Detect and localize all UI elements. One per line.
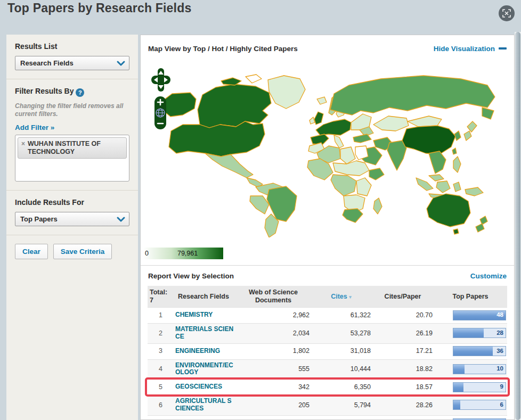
top-papers-bar[interactable]: 28 [453, 328, 506, 338]
table-row: 3 ENGINEERING 1,802 31,018 17.21 36 [148, 343, 507, 359]
map-header: Map View by Top / Hot / Highly Cited Pap… [141, 35, 514, 62]
scrollbar-thumb[interactable] [515, 32, 520, 420]
chevron-down-icon [116, 60, 126, 67]
map-pan-control[interactable] [150, 67, 172, 93]
row-rank: 0 [148, 415, 171, 420]
page-title: Top Papers by Research Fields [7, 1, 191, 15]
page: Top Papers by Research Fields Results Li… [0, 0, 521, 420]
report-view-title: Report View by Selection [148, 272, 234, 280]
filter-box[interactable]: × WUHAN INSTITUTE OF TECHNOLOGY [15, 135, 129, 182]
column-header-top-papers[interactable]: Top Papers [434, 286, 507, 308]
choropleth-map-svg [141, 62, 514, 237]
main-panel: Map View by Top / Hot / Highly Cited Pap… [140, 35, 515, 420]
row-rank: 1 [148, 308, 171, 324]
cites-value: 10,444 [311, 359, 372, 380]
research-field-link[interactable]: ALL FIELDS [171, 415, 236, 420]
row-rank: 2 [148, 324, 171, 344]
wos-documents-value: 555 [236, 359, 311, 380]
research-field-link[interactable]: AGRICULTURAL SCIENCES [171, 396, 236, 416]
top-papers-bar-fill [453, 400, 460, 409]
table-row: 6 AGRICULTURAL SCIENCES 205 5,794 28.26 … [148, 396, 507, 416]
fullscreen-icon [502, 9, 511, 18]
top-papers-bar[interactable]: 48 [453, 310, 506, 320]
filter-results-label: Filter Results By [15, 87, 74, 95]
report-table: Total: 7 Research Fields Web of Science … [148, 286, 507, 420]
wos-documents-value: 1,802 [236, 343, 311, 359]
report-table-body: 1 CHEMISTRY 2,962 61,322 20.70 48 2 MATE… [148, 308, 507, 420]
row-rank: 4 [148, 359, 171, 380]
clear-button[interactable]: Clear [15, 244, 48, 259]
map-zoom-control[interactable] [154, 96, 167, 130]
research-field-link[interactable]: MATERIALS SCIENCE [171, 324, 236, 344]
cites-per-paper-value: 18.82 [372, 359, 434, 380]
sidebar: Results List Research Fields Filter Resu… [6, 35, 138, 420]
legend-min-value: 0 [143, 250, 149, 257]
table-row: 0 ALL FIELDS 9,760 198,887 20.38 185 [148, 415, 507, 420]
table-header-row: Total: 7 Research Fields Web of Science … [148, 286, 507, 308]
row-rank: 6 [148, 396, 171, 416]
top-papers-bar-value: 36 [496, 348, 503, 355]
vertical-scrollbar[interactable] [515, 32, 521, 420]
remove-filter-icon[interactable]: × [21, 140, 25, 147]
cites-value: 53,278 [311, 324, 372, 344]
cites-per-paper-value: 20.38 [372, 415, 434, 420]
save-criteria-button[interactable]: Save Criteria [53, 244, 112, 259]
table-row: 5 GEOSCIENCES 342 6,350 18.57 9 [148, 380, 507, 396]
filter-note: Changing the filter field removes all cu… [15, 102, 129, 118]
wos-documents-value: 9,760 [236, 415, 311, 420]
fullscreen-button[interactable] [499, 5, 515, 21]
total-label: Total: [150, 289, 169, 297]
top-papers-bar-value: 10 [496, 366, 503, 373]
filter-chip-label: WUHAN INSTITUTE OF TECHNOLOGY [28, 140, 123, 156]
column-header-cites-per-paper[interactable]: Cites/Paper [372, 286, 434, 308]
top-papers-bar[interactable]: 36 [453, 346, 506, 356]
cites-per-paper-value: 20.70 [372, 308, 434, 324]
top-papers-cell: 6 [434, 396, 507, 416]
research-field-link[interactable]: CHEMISTRY [171, 308, 236, 324]
top-papers-bar-fill [453, 383, 463, 392]
wos-documents-value: 2,034 [236, 324, 311, 344]
add-filter-link[interactable]: Add Filter » [15, 123, 54, 131]
wos-documents-value: 342 [236, 380, 311, 396]
hide-visualization-link[interactable]: Hide Visualization [434, 45, 507, 53]
include-results-select[interactable]: Top Papers [15, 212, 129, 226]
top-papers-cell: 10 [434, 359, 507, 380]
results-list-select[interactable]: Research Fields [15, 56, 129, 70]
top-papers-bar[interactable]: 10 [453, 364, 506, 374]
table-row: 2 MATERIALS SCIENCE 2,034 53,278 26.19 2… [148, 324, 507, 344]
legend-max-value: 79,961 [177, 250, 198, 257]
research-field-link[interactable]: ENVIRONMENT/ECOLOGY [171, 359, 236, 380]
top-papers-bar[interactable]: 9 [453, 382, 506, 392]
table-row: 1 CHEMISTRY 2,962 61,322 20.70 48 [148, 308, 507, 324]
column-header-research-fields[interactable]: Research Fields [171, 286, 236, 308]
cites-value: 31,018 [311, 343, 372, 359]
help-icon[interactable]: ? [76, 88, 84, 97]
top-papers-cell: 185 [434, 415, 507, 420]
top-papers-cell: 36 [434, 343, 507, 359]
top-papers-bar[interactable]: 185 [453, 418, 506, 420]
table-row: 4 ENVIRONMENT/ECOLOGY 555 10,444 18.82 1… [148, 359, 507, 380]
include-results-selected-value: Top Papers [20, 215, 58, 223]
top-papers-bar[interactable]: 6 [453, 400, 506, 410]
research-field-link[interactable]: GEOSCIENCES [171, 380, 236, 396]
filter-chip[interactable]: × WUHAN INSTITUTE OF TECHNOLOGY [18, 137, 127, 159]
report-table-container: Total: 7 Research Fields Web of Science … [141, 286, 514, 420]
top-papers-bar-fill [453, 365, 465, 374]
cites-per-paper-value: 18.57 [372, 380, 434, 396]
report-header: Report View by Selection Customize [141, 265, 514, 286]
cites-label: Cites [331, 293, 347, 300]
include-results-heading: Include Results For [15, 198, 129, 207]
column-header-wos-documents[interactable]: Web of Science Documents [236, 286, 311, 308]
world-map[interactable] [141, 62, 514, 245]
wos-documents-value: 205 [236, 396, 311, 416]
top-papers-cell: 9 [434, 380, 507, 396]
customize-link[interactable]: Customize [470, 272, 507, 280]
top-papers-bar-fill [453, 347, 493, 356]
cites-per-paper-value: 26.19 [372, 324, 434, 344]
research-field-link[interactable]: ENGINEERING [171, 343, 236, 359]
chevron-down-icon [116, 216, 126, 223]
total-value: 7 [150, 297, 169, 304]
column-header-cites[interactable]: Cites ▾ [311, 286, 372, 308]
wos-documents-value: 2,962 [236, 308, 311, 324]
top-papers-cell: 48 [434, 308, 507, 324]
